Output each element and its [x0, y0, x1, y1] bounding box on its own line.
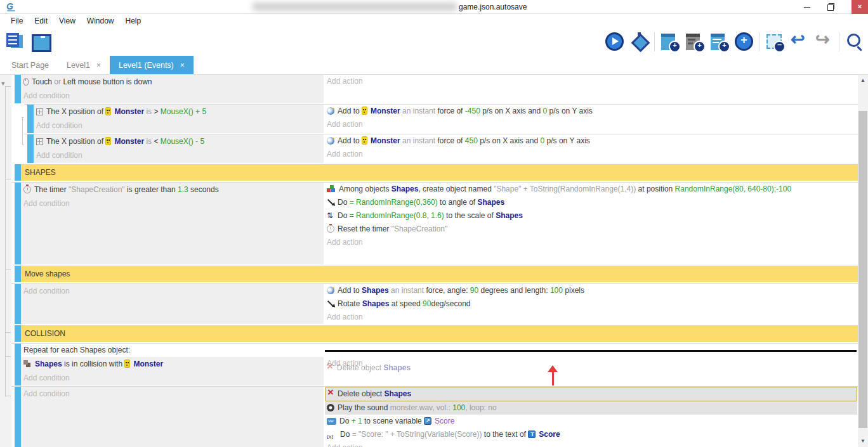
add-condition-link[interactable]: Add condition [21, 371, 324, 385]
text-segment: , vol.: [432, 403, 452, 412]
force-icon [327, 287, 334, 294]
search-icon[interactable] [845, 32, 864, 51]
text-segment: Do [338, 211, 350, 220]
add-action-link[interactable]: Add action [325, 118, 858, 131]
event-bar[interactable] [27, 105, 34, 133]
text-segment: MouseX() - 5 [161, 137, 204, 146]
event-bar[interactable] [15, 266, 21, 282]
text-segment: p/s on Y axis [547, 107, 593, 115]
close-button[interactable]: × [852, 0, 868, 14]
add-other-event-icon[interactable] [734, 32, 754, 51]
tab-level1-events[interactable]: Level1 (Events) × [110, 56, 194, 74]
event-bar[interactable] [15, 344, 21, 385]
menu-window[interactable]: Window [81, 14, 120, 28]
condition-row[interactable]: The timer "ShapeCreation" is greater tha… [21, 183, 324, 197]
scene-editor-icon[interactable] [30, 32, 49, 51]
text-segment: p/s on X axis and [480, 107, 543, 115]
menu-view[interactable]: View [53, 14, 81, 28]
force-icon [327, 137, 334, 145]
event-bar[interactable] [15, 284, 21, 324]
add-condition-link[interactable]: Add condition [34, 119, 324, 133]
collapse-arrow-icon[interactable]: ▾ [1, 80, 5, 86]
monster-icon [124, 360, 130, 368]
toolbar-separator [759, 32, 760, 51]
menu-file[interactable]: File [5, 14, 29, 28]
action-row[interactable]: Do = "Score: " + ToString(Variable(Score… [325, 428, 858, 441]
text-segment: Monster [114, 107, 144, 116]
text-segment: "Shape" + ToString(RandomInRange(1,4)) [494, 185, 636, 193]
add-action-link[interactable]: Add action [325, 75, 858, 88]
event-on-collision-actions: Add condition Delete object Shapes Play … [11, 386, 858, 447]
undo-icon[interactable] [789, 32, 809, 51]
text-segment: no [488, 403, 496, 412]
action-row[interactable]: Do = RandomInRange(0.8, 1.6) to the scal… [325, 209, 858, 223]
add-comment-icon[interactable] [685, 32, 704, 51]
event-bar[interactable] [27, 134, 34, 163]
text-segment: is in collision with [62, 360, 125, 368]
action-row[interactable]: Play the sound monster.wav, vol.: 100, l… [325, 401, 857, 415]
delete-icon [327, 390, 334, 398]
event-bar[interactable] [15, 164, 21, 181]
add-subevent-icon[interactable] [709, 32, 729, 51]
text-segment: , loop: [465, 403, 488, 412]
action-row[interactable]: Do + 1 to scene variable Score [325, 415, 858, 428]
xpos-icon [36, 108, 43, 115]
minimize-button[interactable] [798, 0, 816, 14]
action-row[interactable]: Add to Monster an instant force of 450 p… [325, 134, 858, 148]
add-action-link[interactable]: Add action [325, 311, 858, 324]
condition-row[interactable]: Shapes is in collision with Monster [21, 357, 324, 371]
txt-icon [327, 431, 337, 438]
add-condition-link[interactable]: Add condition [21, 89, 324, 103]
sound-icon [327, 404, 334, 411]
add-action-link[interactable]: Add action [325, 441, 858, 447]
scroll-down-icon[interactable]: ▼ [858, 437, 868, 446]
text-segment: deg/second [431, 299, 470, 308]
text-segment: p/s on X axis and [478, 136, 541, 145]
section-header-collision[interactable]: COLLISION [11, 325, 858, 342]
text-segment: 100 [452, 403, 465, 412]
text-segment: Shapes [362, 286, 389, 295]
remove-event-icon[interactable] [765, 32, 784, 51]
action-row[interactable]: Do = RandomInRange(0,360) to angle of Sh… [325, 196, 858, 209]
play-icon[interactable] [605, 32, 624, 51]
text-segment: Touch [32, 77, 54, 86]
event-bar[interactable] [15, 183, 21, 264]
text-segment: Score [539, 430, 560, 439]
project-manager-icon[interactable] [5, 32, 25, 51]
action-row[interactable]: Add to Shapes an instant force, angle: 9… [325, 284, 858, 297]
scroll-up-icon[interactable]: ▲ [858, 76, 868, 85]
vertical-scrollbar[interactable]: ▲ ▼ [858, 75, 868, 447]
add-condition-link[interactable]: Add condition [21, 284, 324, 298]
restore-button[interactable] [821, 0, 839, 14]
add-action-link[interactable]: Add action [325, 148, 858, 161]
add-event-icon[interactable] [660, 32, 680, 51]
condition-row[interactable]: The X position of Monster is > MouseX() … [34, 105, 324, 119]
event-bar[interactable] [15, 325, 21, 342]
tab-start-page[interactable]: Start Page [3, 56, 58, 74]
menu-edit[interactable]: Edit [29, 14, 53, 28]
action-row[interactable]: Reset the timer "ShapeCreation" [325, 223, 858, 236]
add-condition-link[interactable]: Add condition [34, 148, 324, 162]
action-row[interactable]: Rotate Shapes at speed 90deg/second [325, 297, 858, 311]
debug-icon[interactable] [629, 32, 649, 51]
redo-icon[interactable] [814, 32, 834, 51]
text-segment: = "Score: " + ToString(Variable(Score)) [352, 430, 482, 439]
action-row-selected[interactable]: Delete object Shapes [325, 387, 857, 401]
close-tab-icon[interactable]: × [96, 61, 101, 70]
scrollbar-thumb[interactable] [858, 111, 867, 428]
condition-row[interactable]: The X position of Monster is < MouseX() … [34, 134, 324, 148]
action-row[interactable]: Among objects Shapes, create object name… [325, 183, 858, 196]
event-bar[interactable] [15, 387, 21, 447]
add-condition-link[interactable]: Add condition [21, 197, 324, 211]
add-condition-link[interactable]: Add condition [21, 387, 324, 401]
action-row[interactable]: Add to Monster an instant force of -450 … [325, 105, 858, 118]
event-bar[interactable] [15, 75, 21, 103]
close-tab-icon[interactable]: × [180, 61, 185, 70]
condition-row[interactable]: Touch or Left mouse button is down [21, 75, 324, 89]
section-header-move-shapes[interactable]: Move shapes [11, 266, 858, 282]
section-header-shapes[interactable]: SHAPES [11, 164, 858, 181]
tab-level1[interactable]: Level1 × [58, 56, 110, 74]
add-action-link[interactable]: Add action [325, 236, 858, 249]
menu-help[interactable]: Help [120, 14, 147, 28]
toolbar-separator [839, 32, 839, 51]
